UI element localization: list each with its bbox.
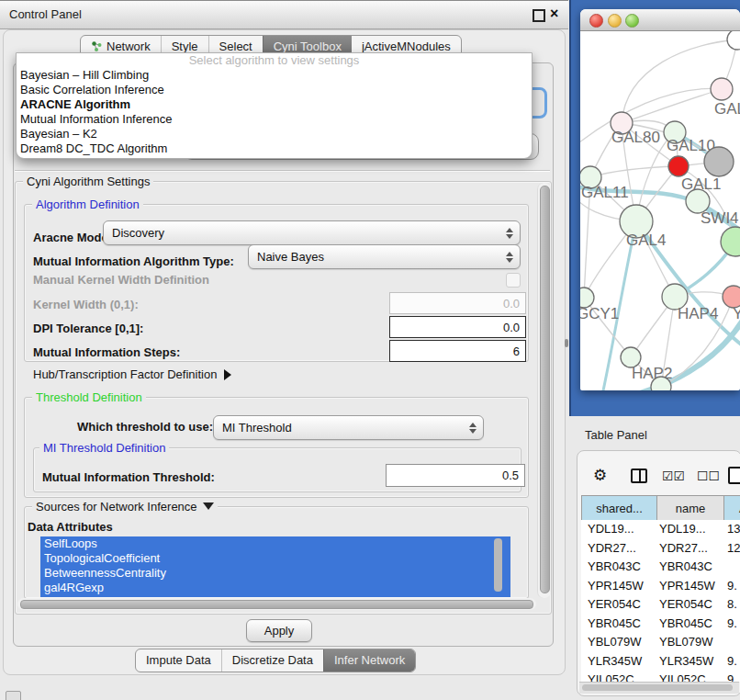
which-threshold-label: Which threshold to use: [77, 415, 213, 438]
table-panel-title: Table Panel [585, 428, 647, 442]
algorithm-dropdown-popup: Select algorithm to view settings Bayesi… [16, 52, 533, 159]
scrollbar-thumb[interactable] [20, 600, 533, 609]
network-node-label: GAL [714, 100, 740, 118]
close-traffic-light-icon[interactable] [589, 14, 603, 28]
list-item-selected[interactable]: gal4RGexp [40, 581, 510, 595]
aracne-mode-combobox[interactable]: Discovery [103, 220, 521, 245]
network-node-label: GAL4 [626, 231, 666, 249]
network-graph: GALGAL80GAL10GAL1GAL11SWI4GAL4GCY1HAP4YH… [580, 31, 740, 390]
apply-button[interactable]: Apply [246, 619, 312, 642]
network-node-label: SWI4 [701, 209, 739, 227]
network-node[interactable] [727, 31, 740, 50]
mi-threshold-label: Mutual Information Threshold: [42, 467, 215, 488]
list-item-selected[interactable]: SelfLoops [40, 536, 510, 551]
column-header-name[interactable]: name [657, 496, 724, 520]
combobox-arrows-icon [506, 252, 513, 263]
data-attributes-list: SelfLoops TopologicalCoefficient Between… [40, 536, 510, 597]
tab-impute-data[interactable]: Impute Data [136, 649, 221, 672]
manual-kernel-checkbox[interactable] [506, 273, 521, 288]
manual-kernel-label: Manual Kernel Width Definition [33, 273, 209, 287]
kernel-width-label: Kernel Width (0,1): [33, 295, 139, 315]
dropdown-option[interactable]: Dream8 DC_TDC Algorithm [17, 141, 532, 156]
dpi-tolerance-label: DPI Tolerance [0,1]: [33, 319, 143, 339]
network-node-label: Y [733, 305, 740, 322]
hub-definition-expander[interactable]: Hub/Transcription Factor Definition [33, 367, 231, 381]
expander-arrow-right-icon [224, 369, 231, 380]
minimize-traffic-light-icon[interactable] [608, 14, 622, 28]
select-all-checkboxes-icon[interactable]: ☑☑ [662, 467, 685, 485]
network-window: GALGAL80GAL10GAL1GAL11SWI4GAL4GCY1HAP4YH… [580, 9, 740, 390]
mi-steps-field[interactable]: 6 [389, 340, 526, 362]
table-horizontal-scrollbar[interactable] [579, 682, 739, 694]
bottom-tabs: Impute Data Discretize Data Infer Networ… [135, 649, 416, 672]
network-window-titlebar[interactable] [580, 9, 740, 31]
zoom-traffic-light-icon[interactable] [625, 14, 639, 28]
dpi-tolerance-field[interactable]: 0.0 [389, 316, 526, 338]
collapsed-panel-icon[interactable] [6, 691, 21, 700]
split-columns-icon[interactable] [631, 469, 647, 483]
dropdown-option[interactable]: Bayesian – K2 [17, 127, 532, 141]
float-panel-icon[interactable] [533, 9, 545, 22]
sources-group-title[interactable]: Sources for Network Inference [32, 500, 218, 514]
table-row[interactable]: YLR345WYLR345W9. [581, 652, 740, 672]
screen: Control Panel × Network Style Select Cyn… [0, 0, 740, 700]
scrollbar-thumb[interactable] [582, 684, 733, 691]
group-title: Cyni Algorithm Settings [23, 175, 153, 188]
table-row[interactable]: YPR145WYPR145W9. [581, 577, 740, 596]
network-node-label: HAP4 [678, 305, 718, 322]
split-pane-handle[interactable] [565, 339, 568, 347]
settings-horizontal-scrollbar[interactable] [17, 598, 536, 610]
network-node-GAL1[interactable] [668, 156, 689, 176]
which-threshold-combobox[interactable]: MI Threshold [213, 415, 484, 440]
mi-threshold-field[interactable]: 0.5 [386, 464, 525, 487]
group-title: Algorithm Definition [32, 198, 143, 211]
dropdown-option[interactable]: Bayesian – Hill Climbing [17, 68, 532, 83]
network-canvas[interactable]: GALGAL80GAL10GAL1GAL11SWI4GAL4GCY1HAP4YH… [580, 31, 740, 390]
dropdown-option[interactable]: Basic Correlation Inference [17, 83, 532, 97]
group-title: MI Threshold Definition [39, 441, 169, 455]
data-attributes-label: Data Attributes [28, 520, 113, 534]
kernel-width-field[interactable]: 0.0 [389, 292, 526, 314]
network-node[interactable] [704, 147, 734, 176]
table-row[interactable]: YBR045CYBR045C9. [581, 615, 740, 634]
control-panel-titlebar: Control Panel × [0, 0, 568, 29]
section-divider [15, 170, 550, 172]
network-node[interactable] [721, 227, 740, 256]
table-row[interactable]: YIL052CYIL052C9. [581, 671, 740, 682]
control-panel-title: Control Panel [9, 1, 82, 28]
table-row[interactable]: YBL079WYBL079W [581, 633, 740, 652]
network-node-label: GAL11 [581, 184, 629, 201]
table-row[interactable]: YDL19...YDL19...13 [581, 520, 740, 539]
table-row[interactable]: YER054CYER054C8. [581, 595, 740, 615]
list-item-selected[interactable]: TopologicalCoefficient [40, 551, 510, 566]
mi-type-combobox[interactable]: Naive Bayes [248, 244, 521, 269]
table-row[interactable]: YBR043CYBR043C [581, 558, 740, 577]
combobox-arrows-icon [506, 228, 513, 239]
tab-infer-network[interactable]: Infer Network [323, 649, 415, 672]
deselect-all-checkboxes-icon[interactable]: ☐☐ [697, 467, 720, 485]
dropdown-option[interactable]: Mutual Information Inference [17, 112, 532, 127]
settings-vertical-scrollbar[interactable] [537, 183, 551, 598]
list-scrollbar-thumb[interactable] [494, 538, 502, 592]
table-panel: ⚙ ☑☑ ☐☐ shared... name A YDL19...YDL19..… [577, 450, 740, 696]
gear-icon[interactable]: ⚙ [593, 467, 607, 485]
column-header-clipped[interactable]: A [724, 496, 740, 520]
dropdown-placeholder: Select algorithm to view settings [17, 53, 532, 68]
column-header-shared-name[interactable]: shared... [582, 496, 657, 520]
table-row[interactable]: YDR27...YDR27...12 [581, 539, 740, 559]
combobox-arrows-icon [469, 423, 477, 434]
tab-discretize-data[interactable]: Discretize Data [221, 649, 323, 672]
expander-arrow-down-icon [203, 502, 214, 510]
network-node-label: GAL80 [611, 129, 660, 146]
network-tab-icon [91, 40, 103, 52]
dropdown-option-selected[interactable]: ARACNE Algorithm [17, 97, 532, 112]
table-body: YDL19...YDL19...13 YDR27...YDR27...12 YB… [581, 520, 740, 682]
scrollbar-thumb[interactable] [540, 186, 550, 593]
list-item-selected[interactable]: BetweennessCentrality [40, 566, 510, 581]
network-node-label: GCY1 [580, 305, 619, 322]
table-header-row: shared... name A [581, 495, 740, 521]
new-table-icon[interactable] [728, 467, 740, 484]
close-icon[interactable]: × [550, 6, 558, 22]
mi-steps-label: Mutual Information Steps: [33, 343, 180, 363]
network-node-GAL[interactable] [711, 78, 733, 100]
